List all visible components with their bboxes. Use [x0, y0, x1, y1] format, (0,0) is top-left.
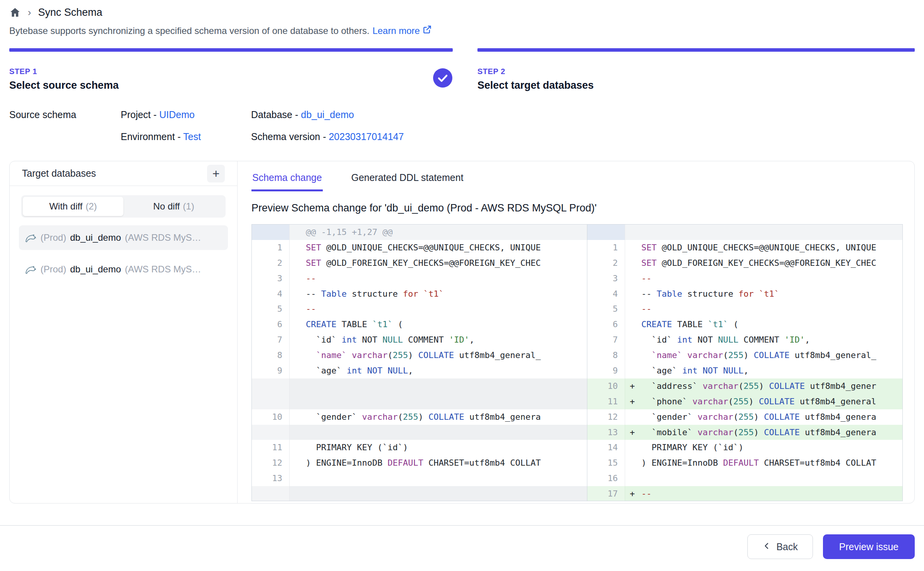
code-line: -- [641, 271, 902, 286]
diff-row: 15) ENGINE=InnoDB DEFAULT CHARSET=utf8mb… [587, 455, 902, 471]
diff-sign [625, 455, 641, 471]
code-line: -- [641, 301, 902, 317]
code-line: PRIMARY KEY (`id`) [641, 440, 902, 455]
preview-issue-button[interactable]: Preview issue [823, 534, 915, 559]
code-line: -- Table structure for `t1` [306, 286, 587, 302]
diff-filter-tabs: With diff(2) No diff(1) [21, 195, 226, 218]
step-1: STEP 1 Select source schema [9, 48, 453, 91]
breadcrumb: › Sync Schema [9, 0, 915, 19]
diff-row: 9 `age` int NOT NULL, [587, 363, 902, 378]
diff-sign [290, 317, 306, 332]
diff-row: 13+ `mobile` varchar(255) COLLATE utf8mb… [587, 425, 902, 440]
diff-sign [625, 225, 641, 240]
diff-row: 4-- Table structure for `t1` [252, 286, 587, 302]
line-number: 2 [252, 255, 290, 271]
diff-sign [625, 317, 641, 332]
footer-divider [0, 525, 924, 526]
page-title: Sync Schema [38, 7, 103, 19]
add-database-button[interactable]: + [207, 165, 225, 182]
line-number: 11 [252, 440, 290, 455]
line-number: 3 [252, 271, 290, 286]
diff-row: 8 `name` varchar(255) COLLATE utf8mb4_ge… [252, 348, 587, 363]
diff-row: 4-- Table structure for `t1` [587, 286, 902, 302]
diff-sign [625, 301, 641, 317]
learn-more-link[interactable]: Learn more [373, 25, 432, 37]
diff-pane-old: @@ -1,15 +1,27 @@1SET @OLD_UNIQUE_CHECKS… [252, 225, 587, 501]
code-line: SET @OLD_UNIQUE_CHECKS=@@UNIQUE_CHECKS, … [641, 240, 902, 255]
code-line [641, 471, 902, 486]
code-line: `name` varchar(255) COLLATE utf8mb4_gene… [306, 348, 587, 363]
diff-row [252, 425, 587, 440]
tab-no-diff[interactable]: No diff(1) [123, 197, 224, 216]
database-link[interactable]: db_ui_demo [301, 109, 354, 120]
line-number: 5 [587, 301, 625, 317]
database-field: Database - db_ui_demo [251, 109, 404, 120]
database-list-item[interactable]: (Prod) db_ui_demo (AWS RDS MyS… [19, 225, 228, 250]
diff-viewer[interactable]: @@ -1,15 +1,27 @@1SET @OLD_UNIQUE_CHECKS… [251, 224, 903, 501]
line-number: 6 [252, 317, 290, 332]
line-number: 3 [587, 271, 625, 286]
diff-row [252, 394, 587, 409]
tab-generated-ddl[interactable]: Generated DDL statement [351, 167, 464, 191]
step-1-title: Select source schema [9, 79, 453, 91]
diff-row: @@ -1,15 +1,27 @@ [252, 225, 587, 240]
code-line: ) ENGINE=InnoDB DEFAULT CHARSET=utf8mb4 … [641, 455, 902, 471]
line-number: 2 [587, 255, 625, 271]
diff-sign [290, 240, 306, 255]
line-number: 17 [587, 486, 625, 501]
code-line: `age` int NOT NULL, [641, 363, 902, 378]
line-number: 8 [252, 348, 290, 363]
database-list-item[interactable]: (Prod) db_ui_demo (AWS RDS MyS… [19, 257, 228, 282]
diff-row [587, 225, 902, 240]
diff-row: 14 PRIMARY KEY (`id`) [587, 440, 902, 455]
diff-sign [625, 240, 641, 255]
line-number [252, 378, 290, 394]
diff-row: 17+-- [587, 486, 902, 501]
back-button[interactable]: Back [747, 534, 813, 559]
project-link[interactable]: UIDemo [159, 109, 195, 120]
diff-sign [290, 486, 306, 501]
diff-row: 11 PRIMARY KEY (`id`) [252, 440, 587, 455]
step-2-title: Select target databases [477, 79, 915, 91]
line-number [587, 225, 625, 240]
schema-preview-panel: Schema change Generated DDL statement Pr… [238, 161, 914, 503]
stepper: STEP 1 Select source schema STEP 2 Selec… [9, 48, 915, 91]
diff-sign [290, 332, 306, 348]
target-databases-title: Target databases [22, 168, 96, 179]
diff-row: 7 `id` int NOT NULL COMMENT 'ID', [587, 332, 902, 348]
diff-row: 13 [252, 471, 587, 486]
schema-version-link[interactable]: 20230317014147 [329, 131, 404, 142]
diff-row: 6CREATE TABLE `t1` ( [252, 317, 587, 332]
diff-row: 2SET @OLD_FOREIGN_KEY_CHECKS=@@FOREIGN_K… [587, 255, 902, 271]
diff-row: 1SET @OLD_UNIQUE_CHECKS=@@UNIQUE_CHECKS,… [587, 240, 902, 255]
line-number: 9 [587, 363, 625, 378]
line-number: 8 [587, 348, 625, 363]
code-line [306, 378, 587, 394]
environment-link[interactable]: Test [183, 131, 201, 142]
code-line: -- [641, 486, 902, 501]
project-field: Project - UIDemo [121, 109, 251, 120]
diff-sign [290, 286, 306, 302]
code-line: PRIMARY KEY (`id`) [306, 440, 587, 455]
diff-sign: + [625, 378, 641, 394]
diff-sign [625, 440, 641, 455]
code-line: `id` int NOT NULL COMMENT 'ID', [306, 332, 587, 348]
tab-schema-change[interactable]: Schema change [251, 167, 323, 191]
step-2-label: STEP 2 [477, 67, 915, 76]
code-line: -- [306, 271, 587, 286]
diff-row: 16 [587, 471, 902, 486]
step-1-label: STEP 1 [9, 67, 453, 76]
diff-sign [290, 363, 306, 378]
diff-sign [625, 286, 641, 302]
home-icon[interactable] [9, 7, 21, 18]
source-schema-summary: Source schema Project - UIDemo Database … [9, 109, 915, 142]
diff-sign [290, 255, 306, 271]
diff-row: 8 `name` varchar(255) COLLATE utf8mb4_ge… [587, 348, 902, 363]
diff-row: 12 `gender` varchar(255) COLLATE utf8mb4… [587, 409, 902, 425]
diff-row: 6CREATE TABLE `t1` ( [587, 317, 902, 332]
chevron-right-icon: › [28, 7, 31, 19]
mysql-icon [24, 231, 37, 244]
tab-with-diff[interactable]: With diff(2) [23, 197, 123, 216]
step-2: STEP 2 Select target databases [477, 48, 915, 91]
code-line: `id` int NOT NULL COMMENT 'ID', [641, 332, 902, 348]
